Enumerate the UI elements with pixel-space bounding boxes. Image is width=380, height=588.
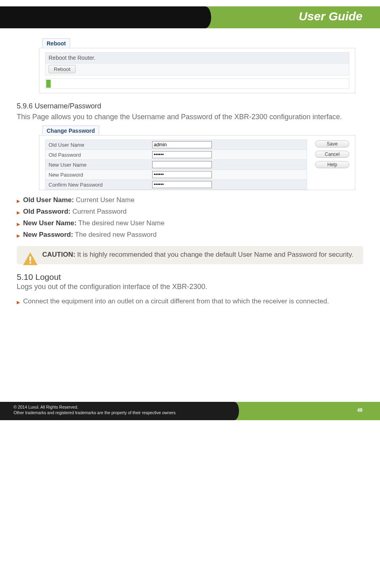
new-username-input[interactable] bbox=[152, 161, 212, 168]
bullet-strong: Old Password: bbox=[23, 208, 71, 215]
bullet-rest: Current User Name bbox=[74, 196, 135, 204]
header-black-band bbox=[0, 6, 211, 28]
bullet-rest: The desired new Password bbox=[73, 231, 157, 238]
cp-row-new-password: New Password bbox=[45, 170, 307, 180]
section-510-desc: Logs you out of the configuration interf… bbox=[17, 282, 363, 291]
cp-label: New Password bbox=[49, 172, 152, 178]
bullet-strong: New User Name: bbox=[23, 219, 76, 227]
change-password-panel: Change Password Old User Name Old Passwo… bbox=[39, 126, 355, 190]
cp-row-confirm-password: Confirm New Password bbox=[45, 180, 307, 190]
logout-bullet-text: Connect the equipment into an outlet on … bbox=[23, 297, 329, 306]
old-username-input[interactable] bbox=[152, 141, 212, 148]
page-footer: © 2014 Luxul. All Rights Reserved. Other… bbox=[0, 402, 380, 420]
list-item: ▶ Old User Name: Current User Name bbox=[17, 196, 363, 205]
cp-row-old-password: Old Password bbox=[45, 150, 307, 160]
cp-row-old-username: Old User Name bbox=[45, 140, 307, 150]
save-button[interactable]: Save bbox=[315, 140, 349, 147]
bullet-strong: Old User Name: bbox=[23, 196, 74, 204]
section-596-heading: 5.9.6 Username/Password bbox=[17, 102, 363, 110]
reboot-tab: Reboot bbox=[42, 38, 70, 47]
page-header: User Guide bbox=[0, 6, 380, 39]
cancel-button[interactable]: Cancel bbox=[315, 151, 349, 158]
field-bullets: ▶ Old User Name: Current User Name ▶ Old… bbox=[17, 196, 363, 240]
reboot-heading: Reboot the Router. bbox=[45, 52, 349, 63]
triangle-icon: ▶ bbox=[17, 196, 20, 204]
cp-label: Confirm New Password bbox=[49, 182, 152, 188]
reboot-progress bbox=[45, 79, 349, 89]
cp-label: New User Name bbox=[49, 162, 152, 168]
triangle-icon: ▶ bbox=[17, 297, 20, 305]
logout-bullets: ▶ Connect the equipment into an outlet o… bbox=[17, 297, 363, 306]
caution-label: CAUTION: bbox=[42, 251, 75, 258]
footer-black-band: © 2014 Luxul. All Rights Reserved. Other… bbox=[0, 402, 239, 420]
cp-label: Old User Name bbox=[49, 142, 152, 148]
warning-icon bbox=[22, 252, 38, 266]
page-number: 49 bbox=[357, 407, 362, 413]
svg-point-1 bbox=[29, 262, 31, 264]
bullet-rest: The desired new User Name bbox=[76, 219, 165, 227]
triangle-icon: ▶ bbox=[17, 230, 20, 239]
progress-bar-fill bbox=[46, 80, 51, 88]
header-title: User Guide bbox=[299, 10, 362, 23]
cp-row-new-username: New User Name bbox=[45, 160, 307, 170]
section-596-desc: This Page allows you to change the Usern… bbox=[17, 112, 363, 122]
change-password-tab: Change Password bbox=[42, 126, 99, 135]
change-password-form: Old User Name Old Password New User Name bbox=[45, 140, 307, 190]
cp-label: Old Password bbox=[49, 152, 152, 158]
bullet-strong: New Password: bbox=[23, 231, 73, 238]
list-item: ▶ New User Name: The desired new User Na… bbox=[17, 219, 363, 228]
old-password-input[interactable] bbox=[152, 151, 212, 158]
list-item: ▶ Old Password: Current Password bbox=[17, 207, 363, 216]
footer-trademark: Other trademarks and registered trademar… bbox=[14, 410, 239, 415]
svg-rect-0 bbox=[29, 256, 31, 261]
footer-copyright: © 2014 Luxul. All Rights Reserved. bbox=[14, 404, 239, 410]
caution-text: It is highly recommended that you change… bbox=[75, 251, 353, 258]
list-item: ▶ New Password: The desired new Password bbox=[17, 230, 363, 240]
new-password-input[interactable] bbox=[152, 171, 212, 178]
triangle-icon: ▶ bbox=[17, 207, 20, 216]
caution-box: CAUTION: It is highly recommended that y… bbox=[17, 246, 363, 264]
bullet-rest: Current Password bbox=[71, 208, 127, 215]
reboot-panel: Reboot Reboot the Router. Reboot bbox=[39, 39, 355, 93]
reboot-button[interactable]: Reboot bbox=[49, 65, 76, 73]
triangle-icon: ▶ bbox=[17, 219, 20, 227]
change-password-buttons: Save Cancel Help bbox=[315, 140, 349, 190]
section-510-heading: 5.10 Logout bbox=[17, 272, 363, 282]
confirm-password-input[interactable] bbox=[152, 181, 212, 188]
list-item: ▶ Connect the equipment into an outlet o… bbox=[17, 297, 363, 306]
help-button[interactable]: Help bbox=[315, 161, 349, 168]
